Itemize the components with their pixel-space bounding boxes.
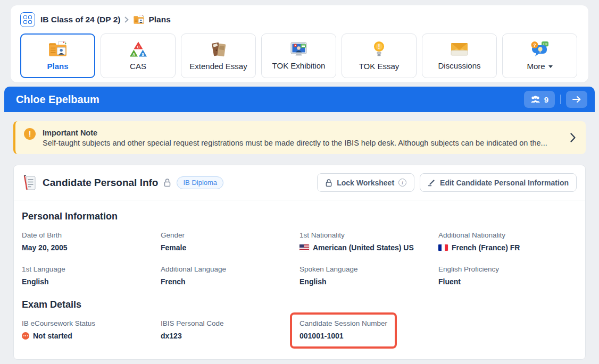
svg-text:!: !: [378, 43, 380, 50]
us-flag-icon: [300, 244, 309, 251]
chevron-down-icon: [548, 65, 553, 68]
tab-cas[interactable]: C A S CAS: [101, 33, 176, 78]
ib-diploma-badge: IB Diploma: [177, 176, 223, 189]
note-title: Important Note: [43, 129, 563, 137]
exam-details-heading: Exam Details: [22, 299, 577, 310]
envelope-icon: [450, 41, 469, 57]
tab-label: Extended Essay: [189, 62, 247, 71]
chevron-right-icon: [124, 16, 129, 23]
personal-info-row-1: Date of Birth May 20, 2005 Gender Female…: [22, 231, 577, 252]
field-additional-language: Additional Language French: [161, 265, 300, 286]
chat-bubbles-icon: ?: [530, 41, 549, 57]
cas-triangle-icon: C A S: [129, 41, 147, 57]
edit-candidate-info-label: Edit Candidate Personal Information: [440, 179, 569, 187]
module-tabs: Plans C A S CAS: [20, 33, 579, 78]
breadcrumb-page[interactable]: Plans: [133, 15, 170, 24]
edit-candidate-info-button[interactable]: Edit Candidate Personal Information: [420, 173, 577, 192]
svg-text:A: A: [132, 53, 135, 56]
plans-folder-icon: [48, 41, 68, 57]
tab-plans[interactable]: Plans: [20, 33, 95, 78]
field-first-nationality: 1st Nationality American (United States)…: [300, 231, 438, 252]
candidate-personal-info-card: Candidate Personal Info IB Diploma Lock …: [13, 165, 586, 360]
personal-info-row-2: 1st Language English Additional Language…: [22, 265, 577, 286]
books-icon: [210, 41, 228, 57]
lock-icon: [325, 179, 332, 187]
field-english-proficiency: English Proficiency Fluent: [438, 265, 577, 286]
chevron-right-icon[interactable]: [570, 132, 576, 143]
course-nav-card: IB Class of 24 (DP 2) Plans: [11, 5, 588, 82]
next-student-button[interactable]: [566, 91, 587, 108]
group-count: 9: [544, 95, 548, 104]
tab-tok-exhibition[interactable]: TOK Exhibition: [261, 33, 336, 78]
lightbulb-icon: !: [373, 41, 385, 57]
note-body: Self-taught subjects and other special r…: [43, 139, 563, 147]
worksheet-header: Candidate Personal Info IB Diploma Lock …: [14, 165, 585, 200]
lock-worksheet-label: Lock Worksheet: [337, 179, 394, 187]
svg-text:C: C: [137, 45, 139, 49]
field-empty: [438, 319, 577, 349]
presentation-icon: [289, 41, 309, 57]
people-icon: [530, 96, 540, 103]
info-circle-icon: i: [398, 179, 406, 187]
important-note-banner[interactable]: ! Important Note Self-taught subjects an…: [13, 121, 586, 154]
svg-text:S: S: [142, 53, 144, 56]
highlight-annotation-box: Candidate Session Number 001001-1001: [290, 312, 397, 349]
tab-label: More: [527, 62, 545, 71]
field-spoken-language: Spoken Language English: [300, 265, 438, 286]
tab-label: CAS: [130, 62, 146, 71]
lock-worksheet-button[interactable]: Lock Worksheet i: [317, 173, 414, 192]
field-additional-nationality: Additional Nationality French (France) F…: [438, 231, 577, 252]
warning-icon: !: [24, 128, 36, 140]
pencil-icon: [428, 179, 436, 187]
field-first-language: 1st Language English: [22, 265, 161, 286]
fr-flag-icon: [438, 244, 448, 251]
arrow-right-icon: [572, 96, 581, 103]
student-name: Chloe Epelbaum: [16, 94, 524, 106]
svg-text:?: ?: [533, 43, 536, 48]
exam-details-row: IB eCoursework Status Not started IBIS P…: [22, 319, 577, 349]
status-not-started-icon: [22, 332, 29, 340]
personal-information-heading: Personal Information: [22, 211, 577, 222]
field-candidate-session-number: Candidate Session Number 001001-1001: [300, 319, 438, 349]
tab-more[interactable]: ? More: [502, 33, 577, 78]
apps-grid-icon[interactable]: [20, 12, 35, 27]
student-header-bar: Chloe Epelbaum 9: [4, 87, 595, 112]
tab-label: Discussions: [438, 61, 480, 70]
group-count-button[interactable]: 9: [524, 91, 555, 108]
breadcrumb-page-label: Plans: [148, 15, 170, 24]
tab-discussions[interactable]: Discussions: [422, 33, 497, 78]
plans-folder-icon: [133, 15, 145, 24]
field-ecoursework-status: IB eCoursework Status Not started: [22, 319, 161, 349]
tab-extended-essay[interactable]: Extended Essay: [181, 33, 256, 78]
divider: [560, 95, 561, 104]
tab-tok-essay[interactable]: ! TOK Essay: [342, 33, 417, 78]
field-gender: Gender Female: [161, 231, 300, 252]
lock-icon: [163, 178, 171, 187]
tab-label: TOK Exhibition: [272, 61, 326, 70]
clipboard-pen-icon: [22, 175, 36, 191]
tab-label: Plans: [47, 62, 68, 71]
field-ibis-personal-code: IBIS Personal Code dx123: [161, 319, 300, 349]
field-date-of-birth: Date of Birth May 20, 2005: [22, 231, 161, 252]
tab-label: TOK Essay: [359, 62, 400, 71]
breadcrumb-class-name[interactable]: IB Class of 24 (DP 2): [40, 15, 120, 24]
breadcrumb: IB Class of 24 (DP 2) Plans: [20, 12, 579, 28]
worksheet-title: Candidate Personal Info: [43, 177, 158, 189]
